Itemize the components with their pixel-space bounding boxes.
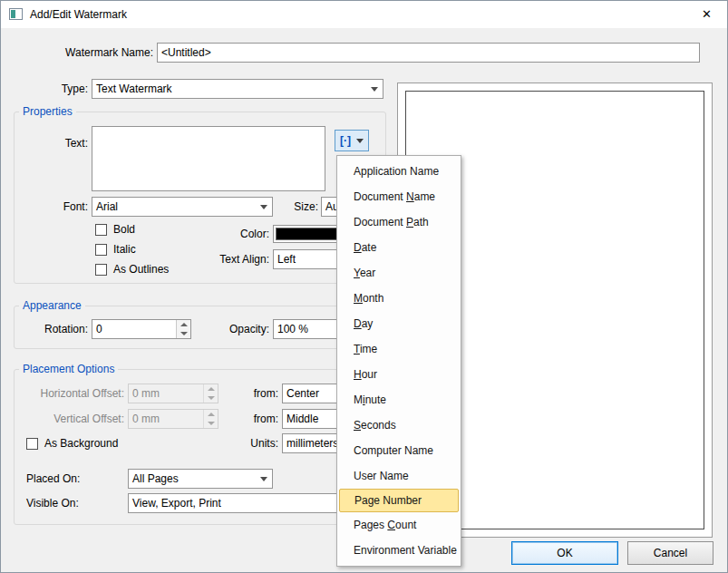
vertical-from-label: from:	[246, 409, 278, 429]
watermark-name-input[interactable]: <Untitled>	[157, 43, 700, 63]
menu-item-user-name[interactable]: User Name	[337, 463, 461, 489]
units-label: Units:	[242, 433, 278, 453]
text-label: Text:	[37, 133, 88, 153]
font-select[interactable]: Arial	[92, 197, 273, 217]
ok-button[interactable]: OK	[511, 541, 618, 565]
properties-group-label: Properties	[19, 105, 76, 118]
cancel-button[interactable]: Cancel	[627, 541, 713, 565]
checkbox-box	[95, 264, 107, 276]
visible-on-label: Visible On:	[26, 493, 117, 513]
spinner-buttons[interactable]	[176, 320, 190, 338]
vertical-offset-stepper: 0 mm	[128, 409, 218, 429]
vertical-offset-label: Vertical Offset:	[19, 409, 124, 429]
spinner-buttons	[203, 384, 218, 403]
menu-item-environment-variable[interactable]: Environment Variable	[337, 538, 461, 563]
macro-dropdown-button[interactable]: [·]	[335, 130, 369, 151]
italic-checkbox[interactable]: Italic	[95, 243, 136, 256]
bold-checkbox-label: Bold	[113, 223, 135, 236]
menu-item-document-path[interactable]: Document Path	[337, 209, 461, 235]
menu-item-pages-count[interactable]: Pages Count	[337, 512, 461, 538]
horizontal-offset-stepper: 0 mm	[128, 384, 218, 403]
type-select[interactable]: Text Watermark	[92, 79, 383, 99]
vertical-offset-value: 0 mm	[132, 413, 160, 425]
horizontal-from-label: from:	[246, 384, 278, 403]
menu-item-application-name[interactable]: Application Name	[337, 159, 461, 184]
spin-down-icon[interactable]	[177, 329, 190, 338]
font-label: Font:	[37, 197, 88, 217]
as-outlines-checkbox-label: As Outlines	[113, 263, 169, 276]
rotation-label: Rotation:	[37, 319, 88, 339]
placement-options-group-label: Placement Options	[19, 363, 118, 375]
close-icon[interactable]: ✕	[686, 1, 727, 28]
menu-item-page-number[interactable]: Page Number	[339, 489, 459, 512]
checkbox-box	[95, 224, 107, 236]
checkbox-box	[26, 438, 38, 450]
spin-up-icon	[204, 410, 218, 419]
bold-checkbox[interactable]: Bold	[95, 223, 135, 236]
rotation-stepper[interactable]: 0	[92, 319, 191, 339]
spinner-buttons	[203, 410, 218, 428]
horizontal-from-value: Center	[286, 387, 319, 400]
text-align-label: Text Align:	[200, 249, 269, 269]
horizontal-offset-label: Horizontal Offset:	[19, 384, 124, 403]
menu-item-month[interactable]: Month	[337, 286, 461, 311]
macro-menu-items: Application NameDocument NameDocument Pa…	[337, 159, 461, 563]
chevron-down-icon	[257, 470, 272, 488]
chevron-down-icon	[257, 198, 272, 216]
rotation-value: 0	[96, 323, 102, 335]
opacity-value: 100 %	[277, 323, 308, 335]
spin-down-icon	[204, 393, 218, 403]
text-align-select-value: Left	[277, 253, 296, 266]
appearance-group-label: Appearance	[19, 299, 85, 312]
as-background-checkbox-label: As Background	[44, 437, 118, 450]
menu-item-time[interactable]: Time	[337, 336, 461, 362]
units-select-value: millimeters	[286, 437, 338, 450]
placed-on-label: Placed On:	[26, 469, 117, 489]
spin-up-icon	[204, 384, 218, 393]
spin-down-icon	[204, 419, 218, 428]
watermark-text-input[interactable]	[92, 126, 325, 191]
color-label: Color:	[218, 224, 269, 244]
type-label: Type:	[37, 79, 88, 99]
font-select-value: Arial	[96, 200, 118, 213]
placed-on-value: All Pages	[132, 472, 179, 485]
chevron-down-icon	[367, 80, 383, 98]
type-select-value: Text Watermark	[96, 83, 172, 95]
spin-up-icon[interactable]	[177, 320, 190, 329]
placed-on-select[interactable]: All Pages	[128, 469, 273, 489]
as-outlines-checkbox[interactable]: As Outlines	[95, 263, 169, 276]
menu-item-seconds[interactable]: Seconds	[337, 413, 461, 438]
vertical-from-value: Middle	[286, 413, 318, 425]
macro-icon: [·]	[340, 134, 351, 147]
italic-checkbox-label: Italic	[113, 243, 136, 256]
opacity-label: Opacity:	[200, 319, 269, 339]
as-background-checkbox[interactable]: As Background	[26, 437, 118, 450]
menu-item-computer-name[interactable]: Computer Name	[337, 438, 461, 463]
watermark-name-label: Watermark Name:	[51, 43, 153, 63]
add-edit-watermark-dialog: Add/Edit Watermark ✕ Watermark Name: <Un…	[0, 0, 728, 573]
size-label: Size:	[280, 197, 318, 217]
chevron-down-icon	[356, 139, 364, 143]
menu-item-date[interactable]: Date	[337, 235, 461, 260]
menu-item-day[interactable]: Day	[337, 311, 461, 336]
title-bar: Add/Edit Watermark ✕	[1, 1, 727, 28]
checkbox-box	[95, 244, 107, 256]
menu-item-document-name[interactable]: Document Name	[337, 184, 461, 209]
dialog-icon	[9, 8, 23, 20]
menu-item-year[interactable]: Year	[337, 260, 461, 286]
macro-menu: Application NameDocument NameDocument Pa…	[336, 155, 461, 567]
menu-item-minute[interactable]: Minute	[337, 387, 461, 413]
dialog-title: Add/Edit Watermark	[30, 1, 127, 28]
menu-item-hour[interactable]: Hour	[337, 362, 461, 387]
horizontal-offset-value: 0 mm	[132, 387, 160, 400]
